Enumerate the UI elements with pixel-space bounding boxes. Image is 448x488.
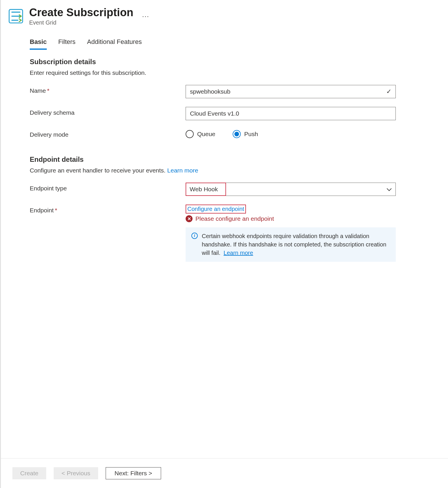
page-title: Create Subscription <box>29 6 133 19</box>
endpoint-info-box: i Certain webhook endpoints require vali… <box>186 227 396 262</box>
info-icon: i <box>191 233 198 239</box>
endpoint-type-value: Web Hook <box>186 183 226 196</box>
endpoint-error: ✕ Please configure an endpoint <box>186 215 436 222</box>
radio-push-label: Push <box>244 131 258 138</box>
more-actions-button[interactable]: ··· <box>142 12 149 21</box>
name-value: spwebhooksub <box>190 88 230 95</box>
delivery-mode-label: Delivery mode <box>30 129 186 138</box>
endpoint-error-text: Please configure an endpoint <box>195 215 274 222</box>
subscription-section-title: Subscription details <box>30 58 436 66</box>
endpoint-type-label: Endpoint type <box>30 183 186 192</box>
delivery-schema-label: Delivery schema <box>30 107 186 116</box>
radio-push[interactable]: Push <box>233 130 258 138</box>
endpoint-section-title: Endpoint details <box>30 155 436 164</box>
endpoint-section-desc: Configure an event handler to receive yo… <box>30 167 436 174</box>
tab-filters[interactable]: Filters <box>58 36 76 50</box>
delivery-schema-value: Cloud Events v1.0 <box>190 110 239 117</box>
page-header: Create Subscription Event Grid ··· <box>8 6 436 26</box>
tab-basic[interactable]: Basic <box>30 36 47 50</box>
chevron-down-icon <box>387 186 392 191</box>
footer: Create < Previous Next: Filters > <box>1 458 448 488</box>
endpoint-info-learn-more-link[interactable]: Learn more <box>224 250 253 256</box>
endpoint-learn-more-link[interactable]: Learn more <box>167 167 198 174</box>
name-label: Name* <box>30 85 186 94</box>
name-input[interactable]: spwebhooksub ✓ <box>186 85 396 98</box>
error-icon: ✕ <box>186 215 193 222</box>
subscription-section-desc: Enter required settings for this subscri… <box>30 69 436 76</box>
delivery-schema-input[interactable]: Cloud Events v1.0 <box>186 107 396 120</box>
next-button[interactable]: Next: Filters > <box>106 467 161 479</box>
endpoint-label: Endpoint* <box>30 205 186 214</box>
configure-endpoint-link[interactable]: Configure an endpoint <box>187 206 244 212</box>
event-grid-icon <box>8 8 24 24</box>
previous-button[interactable]: < Previous <box>54 467 98 479</box>
tab-additional-features[interactable]: Additional Features <box>87 36 142 50</box>
endpoint-type-select[interactable]: Web Hook <box>186 183 396 196</box>
radio-icon <box>233 130 241 138</box>
check-icon: ✓ <box>386 88 391 95</box>
radio-queue-label: Queue <box>197 131 215 138</box>
tabs: Basic Filters Additional Features <box>30 36 436 50</box>
page-subtitle: Event Grid <box>29 19 133 26</box>
delivery-mode-group: Queue Push <box>186 129 436 138</box>
create-button[interactable]: Create <box>12 467 46 479</box>
radio-queue[interactable]: Queue <box>186 130 215 138</box>
radio-icon <box>186 130 194 138</box>
